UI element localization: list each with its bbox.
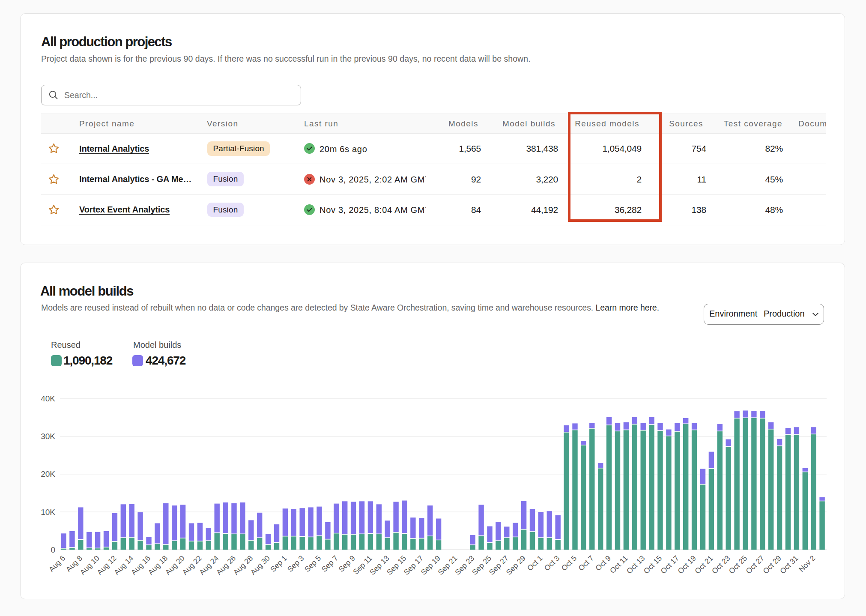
svg-text:Oct 3: Oct 3: [543, 554, 561, 573]
svg-text:Oct 5: Oct 5: [560, 554, 579, 573]
svg-text:Oct 31: Oct 31: [778, 554, 800, 576]
svg-text:Oct 13: Oct 13: [625, 554, 647, 576]
svg-text:Nov 2: Nov 2: [797, 554, 817, 574]
svg-text:Oct 27: Oct 27: [744, 554, 766, 576]
svg-text:Oct 19: Oct 19: [676, 554, 698, 576]
svg-text:Oct 11: Oct 11: [608, 554, 630, 575]
svg-text:20K: 20K: [41, 469, 55, 478]
svg-text:Sep 1: Sep 1: [269, 554, 288, 574]
svg-text:Sep 7: Sep 7: [320, 554, 340, 574]
svg-text:Oct 17: Oct 17: [659, 554, 681, 576]
svg-text:Sep 29: Sep 29: [505, 554, 527, 577]
svg-text:Oct 21: Oct 21: [693, 554, 715, 576]
svg-text:Sep 5: Sep 5: [303, 554, 323, 574]
svg-text:Oct 7: Oct 7: [576, 554, 595, 573]
svg-text:Oct 23: Oct 23: [710, 554, 732, 576]
svg-text:30K: 30K: [41, 432, 55, 441]
svg-text:10K: 10K: [41, 508, 55, 517]
svg-text:Aug 6: Aug 6: [47, 554, 67, 574]
svg-text:Oct 15: Oct 15: [642, 554, 664, 576]
svg-text:40K: 40K: [41, 394, 55, 403]
svg-text:Oct 29: Oct 29: [761, 554, 783, 576]
svg-text:Sep 3: Sep 3: [286, 554, 305, 574]
svg-text:Oct 1: Oct 1: [526, 554, 544, 573]
svg-text:0: 0: [51, 545, 55, 554]
svg-text:Aug 30: Aug 30: [249, 553, 272, 577]
svg-text:Oct 25: Oct 25: [727, 554, 749, 576]
